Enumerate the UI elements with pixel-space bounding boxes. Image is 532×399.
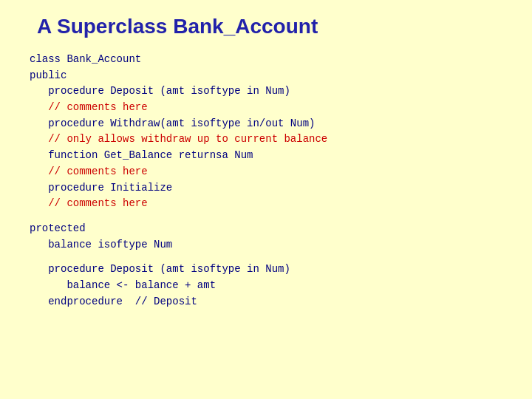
- code-line-1: class Bank_Account: [30, 52, 502, 68]
- code-line-7: function Get_Balance returnsa Num: [30, 148, 502, 164]
- code-line-3: procedure Deposit (amt isoftype in Num): [30, 83, 502, 100]
- code-block: class Bank_Account public procedure Depo…: [30, 52, 502, 310]
- code-line-2: public: [30, 68, 502, 84]
- code-line-10: // comments here: [30, 196, 502, 212]
- spacer-1: [30, 212, 502, 221]
- code-line-14: balance <- balance + amt: [30, 278, 502, 294]
- code-line-9: procedure Initialize: [30, 180, 502, 197]
- code-line-13: procedure Deposit (amt isoftype in Num): [30, 262, 502, 278]
- page-title: A Superclass Bank_Account: [37, 15, 502, 38]
- page-container: A Superclass Bank_Account class Bank_Acc…: [0, 0, 532, 399]
- code-line-12: balance isoftype Num: [30, 237, 502, 253]
- code-line-6: // only allows withdraw up to current ba…: [30, 132, 502, 148]
- code-line-5: procedure Withdraw(amt isoftype in/out N…: [30, 116, 502, 132]
- spacer-2: [30, 253, 502, 262]
- code-line-15: endprocedure // Deposit: [30, 294, 502, 310]
- code-line-11: protected: [30, 221, 502, 237]
- code-line-4: // comments here: [30, 100, 502, 116]
- code-line-8: // comments here: [30, 164, 502, 180]
